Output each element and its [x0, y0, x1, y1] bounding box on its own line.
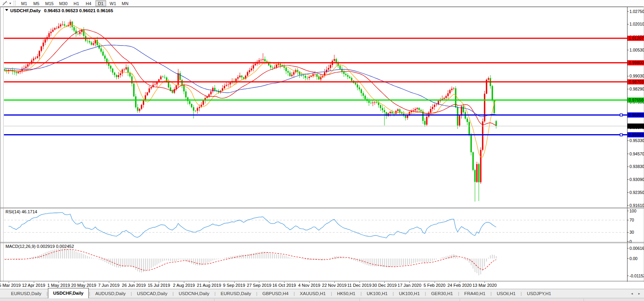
candle-body [472, 152, 474, 170]
price-tick-label: 1.02750 [629, 9, 644, 14]
timeframe-button-mn[interactable]: MN [120, 0, 130, 6]
candle-body [40, 46, 42, 51]
chart-tab-usdcad-daily[interactable]: USDCAD,Daily [132, 289, 172, 298]
candle-body [251, 68, 252, 70]
candle-body [154, 84, 156, 85]
candle-body [478, 164, 480, 182]
price-tick-label: 0.92350 [629, 190, 644, 195]
candle-body [391, 112, 393, 113]
candle-body [135, 96, 137, 107]
candle-body [180, 73, 181, 80]
date-label: 27 Sep 2019 [247, 283, 271, 288]
candle-body [376, 102, 378, 103]
candle-body [432, 107, 433, 109]
candle-body [162, 76, 164, 77]
timeframe-button-m1[interactable]: M1 [19, 0, 29, 6]
candle-body [276, 65, 277, 67]
timeframe-button-m15[interactable]: M15 [43, 0, 55, 6]
timeframe-button-w1[interactable]: W1 [108, 0, 118, 6]
macd-tick-label: 0.006167 [629, 246, 644, 251]
price-tick-label: 0.99030 [629, 74, 644, 78]
candle-body [87, 41, 88, 41]
chart-tab-usdjpy-h1[interactable]: USDJPY,H1 [522, 289, 556, 298]
candle-body [363, 93, 364, 96]
timeframe-button-d1[interactable]: D1 [95, 0, 106, 6]
candle-body [54, 28, 56, 30]
candle-body [172, 91, 173, 93]
candle-body [114, 73, 116, 75]
chart-tab-gbpusd-h4[interactable]: GBPUSD,H4 [258, 289, 293, 298]
candle-body [397, 109, 399, 111]
candle-body [150, 87, 152, 89]
candle-body [418, 108, 420, 110]
candle-body [52, 30, 54, 31]
candle-body [79, 32, 81, 34]
candle-body [326, 70, 327, 72]
candle-body [193, 107, 194, 111]
date-axis[interactable]: 25 Mar 201912 Apr 20191 May 201920 May 2… [0, 282, 644, 289]
chart-tab-usdchf-daily[interactable]: USDCHF,Daily [48, 288, 88, 298]
line-studies-cursor-icon[interactable] [1, 0, 8, 6]
chart-tab-xauusd-h1[interactable]: XAUUSD,H1 [295, 289, 330, 298]
candle-body [6, 71, 7, 71]
candle-body [64, 24, 65, 26]
candle-body [457, 107, 459, 126]
candle-body [476, 164, 478, 182]
candle-body [349, 77, 350, 78]
chart-title-symbol: USDCHF,Daily [10, 8, 41, 13]
candle-body [50, 32, 52, 33]
price-level-label-text: 0.96803 [629, 113, 644, 117]
price-level-label-text: 0.99800 [629, 60, 644, 65]
candle-body [416, 108, 418, 109]
candle-body [58, 26, 60, 28]
candle-body [426, 117, 427, 125]
chart-tab-eurusd-daily[interactable]: EURUSD,Daily [216, 289, 256, 298]
candle-body [347, 75, 349, 77]
candle-body [261, 60, 262, 60]
chart-tab-ger30-h1[interactable]: GER30,H1 [426, 289, 458, 298]
chart-tab-uk100-h1[interactable]: UK100,H1 [362, 289, 392, 298]
candle-body [206, 96, 208, 98]
timeframe-button-m5[interactable]: M5 [31, 0, 42, 6]
left-arrow-icon[interactable]: ◂ [631, 292, 633, 295]
chart-tab-fra40-h1[interactable]: FRA40,H1 [460, 289, 490, 298]
candle-body [474, 170, 476, 182]
date-label: 26 Jun 2019 [122, 283, 146, 288]
chart-tab-hk50-h1[interactable]: HK50,H1 [332, 289, 360, 298]
candle-body [133, 83, 135, 96]
price-level-label-text: 0.95663 [629, 132, 644, 137]
timeframe-button-h1[interactable]: H1 [71, 0, 82, 6]
chart-tab-eurusd-daily[interactable]: EURUSD,Daily [6, 289, 46, 298]
candle-body [278, 64, 279, 65]
chart-title-quotes: 0.96453 0.96523 0.96021 0.96165 [44, 8, 113, 13]
candle-body [203, 100, 204, 105]
candle-body [359, 87, 360, 89]
candle-body [357, 85, 358, 88]
candle-body [293, 72, 295, 75]
date-label: 5 Feb 2020 [424, 283, 446, 288]
dropdown-caret-icon[interactable]: ▾ [8, 2, 12, 5]
candle-body [287, 71, 289, 73]
candle-body [97, 40, 98, 45]
toolbar-grip[interactable] [14, 1, 16, 6]
candle-body [444, 98, 445, 99]
date-label: 9 Sep 2019 [223, 283, 245, 288]
chart-tab-usdcnh-daily[interactable]: USDCNH,Daily [174, 289, 214, 298]
candle-body [25, 66, 27, 68]
chart-canvas[interactable]: USDCHF,Daily0.96453 0.96523 0.96021 0.96… [0, 7, 644, 282]
status-bar [0, 298, 644, 301]
date-label: 15 Jul 2019 [148, 283, 170, 288]
candle-body [18, 72, 19, 73]
candle-body [241, 76, 243, 77]
timeframe-button-h4[interactable]: H4 [83, 0, 94, 6]
candle-body [482, 122, 484, 150]
right-arrow-icon[interactable]: ▸ [638, 292, 640, 295]
line-handle[interactable] [620, 134, 622, 136]
candle-body [164, 77, 165, 78]
chart-tab-uk100-h1[interactable]: UK100,H1 [394, 289, 424, 298]
candle-body [104, 55, 106, 59]
chart-tab-audusd-daily[interactable]: AUDUSD,Daily [90, 289, 130, 298]
line-handle[interactable] [620, 114, 622, 116]
timeframe-button-m30[interactable]: M30 [57, 0, 69, 6]
chart-tab-usoil-h1[interactable]: USOil,H1 [492, 289, 520, 298]
